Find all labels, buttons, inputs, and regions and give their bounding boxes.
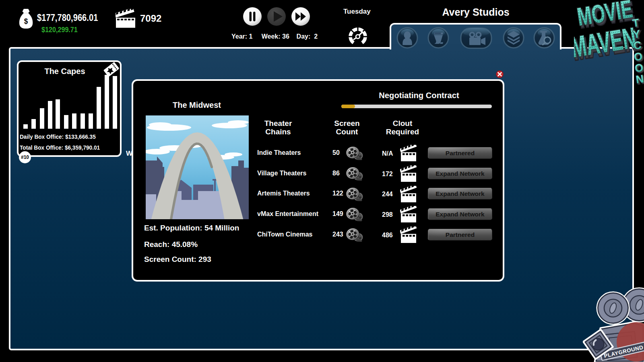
svg-text:$: $ bbox=[24, 17, 28, 25]
svg-text:N: N bbox=[635, 73, 644, 86]
